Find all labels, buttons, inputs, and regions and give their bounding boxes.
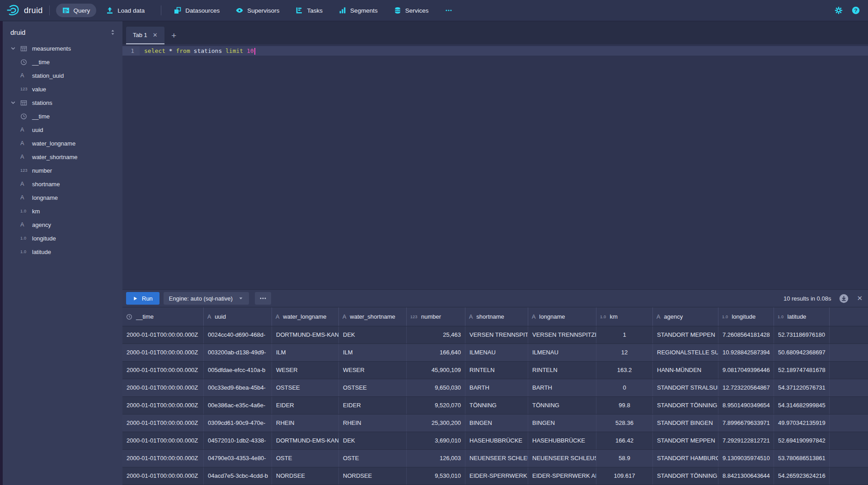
cell-uuid[interactable]: 005dfdae-efcc-410a-b bbox=[204, 362, 272, 379]
nav-item-more[interactable] bbox=[439, 4, 459, 17]
query-more-button[interactable] bbox=[255, 292, 271, 305]
cell-agency[interactable]: STANDORT TÖNNING bbox=[653, 397, 718, 414]
cell-water-longname[interactable]: ILM bbox=[272, 344, 339, 361]
cell-water-shortname[interactable]: OSTE bbox=[339, 450, 407, 467]
brand[interactable]: druid bbox=[6, 4, 43, 17]
cell-uuid[interactable]: 00e386ac-e35c-4a6e- bbox=[204, 397, 272, 414]
sidebar-item-shortname[interactable]: Ashortname bbox=[3, 177, 122, 191]
cell-longitude[interactable]: 8.9501490349654 bbox=[718, 397, 774, 414]
cell-longitude[interactable]: 7.2608564181428 bbox=[718, 326, 774, 344]
cell-number[interactable]: 3,690,010 bbox=[407, 432, 465, 449]
cell-time[interactable]: 2000-01-01T00:00:00.000Z bbox=[122, 414, 204, 432]
column-header-water-shortname[interactable]: Awater_shortname bbox=[339, 307, 407, 326]
cell-km[interactable]: 1 bbox=[596, 326, 653, 344]
cell-time[interactable]: 2000-01-01T00:00:00.000Z bbox=[122, 379, 204, 396]
cell-latitude[interactable]: 53.780686513861 bbox=[774, 450, 830, 467]
cell-longname[interactable]: BARTH bbox=[528, 379, 596, 396]
cell-km[interactable]: 109.617 bbox=[596, 467, 653, 485]
cell-km[interactable]: 12 bbox=[596, 344, 653, 361]
cell-agency[interactable]: STANDORT MEPPEN bbox=[653, 326, 718, 344]
cell-water-longname[interactable]: OSTSEE bbox=[272, 379, 339, 396]
cell-longitude[interactable]: 7.2929122812721 bbox=[718, 432, 774, 449]
add-tab-button[interactable]: + bbox=[164, 27, 183, 44]
cell-water-shortname[interactable]: EIDER bbox=[339, 397, 407, 414]
cell-km[interactable]: 163.2 bbox=[596, 362, 653, 379]
expander[interactable] bbox=[10, 100, 20, 105]
cell-km[interactable]: 58.9 bbox=[596, 450, 653, 467]
cell-shortname[interactable]: BARTH bbox=[465, 379, 528, 396]
run-button[interactable]: Run bbox=[126, 292, 160, 305]
cell-longname[interactable]: NEUENSEER SCHLEUSE bbox=[528, 450, 596, 467]
cell-latitude[interactable]: 54.265923624216 bbox=[774, 467, 830, 485]
cell-time[interactable]: 2000-01-01T00:00:00.000Z bbox=[122, 362, 204, 379]
cell-latitude[interactable]: 54.371220576731 bbox=[774, 379, 830, 396]
nav-item-segments[interactable]: Segments bbox=[333, 4, 384, 17]
cell-agency[interactable]: STANDORT BINGEN bbox=[653, 414, 718, 432]
cell-uuid[interactable]: 04acd7e5-3cbc-4cdd-b bbox=[204, 467, 272, 485]
sidebar-item-uuid[interactable]: Auuid bbox=[3, 123, 122, 137]
cell-time[interactable]: 2000-01-01T00:00:00.000Z bbox=[122, 326, 204, 344]
nav-item-load-data[interactable]: Load data bbox=[100, 4, 151, 17]
column-header-km[interactable]: 1.0km bbox=[596, 307, 653, 326]
cell-water-shortname[interactable]: NORDSEE bbox=[339, 467, 407, 485]
column-header-latitude[interactable]: 1.0latitude bbox=[774, 307, 830, 326]
cell-water-longname[interactable]: OSTE bbox=[272, 450, 339, 467]
cell-shortname[interactable]: VERSEN TRENNSPITZE bbox=[465, 326, 528, 344]
sql-editor[interactable]: 1 select * from stations limit 10 bbox=[122, 44, 868, 289]
column-header-number[interactable]: 123number bbox=[407, 307, 465, 326]
cell-water-longname[interactable]: DORTMUND-EMS-KANAL bbox=[272, 326, 339, 344]
sidebar-item-number[interactable]: 123number bbox=[3, 164, 122, 177]
cell-number[interactable]: 9,520,070 bbox=[407, 397, 465, 414]
gear-icon[interactable] bbox=[835, 6, 843, 14]
nav-item-services[interactable]: Services bbox=[388, 4, 435, 17]
cell-water-longname[interactable]: EIDER bbox=[272, 397, 339, 414]
cell-uuid[interactable]: 0024cc40-d690-468d- bbox=[204, 326, 272, 344]
expander[interactable] bbox=[10, 46, 20, 51]
cell-latitude[interactable]: 52.731186976180 bbox=[774, 326, 830, 344]
cell-uuid[interactable]: 04572010-1db2-4338- bbox=[204, 432, 272, 449]
cell-time[interactable]: 2000-01-01T00:00:00.000Z bbox=[122, 467, 204, 485]
cell-shortname[interactable]: EIDER-SPERRWERK AP bbox=[465, 467, 528, 485]
cell-agency[interactable]: STANDORT TÖNNING bbox=[653, 467, 718, 485]
cell-km[interactable]: 99.8 bbox=[596, 397, 653, 414]
cell-number[interactable]: 166,640 bbox=[407, 344, 465, 361]
cell-latitude[interactable]: 49.970342135919 bbox=[774, 414, 830, 432]
nav-item-supervisors[interactable]: Supervisors bbox=[230, 4, 286, 17]
sidebar-item-time[interactable]: __time bbox=[3, 55, 122, 69]
nav-item-tasks[interactable]: Tasks bbox=[289, 4, 329, 17]
cell-number[interactable]: 9,530,010 bbox=[407, 467, 465, 485]
cell-longname[interactable]: EIDER-SPERRWERK AP bbox=[528, 467, 596, 485]
cell-shortname[interactable]: ILMENAU bbox=[465, 344, 528, 361]
cell-longitude[interactable]: 9.0817049396446 bbox=[718, 362, 774, 379]
sidebar-item-water-longname[interactable]: Awater_longname bbox=[3, 137, 122, 150]
cell-water-longname[interactable]: RHEIN bbox=[272, 414, 339, 432]
cell-longname[interactable]: ILMENAU bbox=[528, 344, 596, 361]
cell-longitude[interactable]: 7.8996679633971 bbox=[718, 414, 774, 432]
cell-longname[interactable]: TÖNNING bbox=[528, 397, 596, 414]
sidebar-item-latitude[interactable]: 1.0latitude bbox=[3, 245, 122, 259]
cell-uuid[interactable]: 00c33ed9-6bea-45b4- bbox=[204, 379, 272, 396]
sidebar-item-agency[interactable]: Aagency bbox=[3, 218, 122, 231]
nav-item-datasources[interactable]: Datasources bbox=[168, 4, 226, 17]
sidebar-item-km[interactable]: 1.0km bbox=[3, 204, 122, 218]
sidebar-item-water-shortname[interactable]: Awater_shortname bbox=[3, 150, 122, 164]
cell-time[interactable]: 2000-01-01T00:00:00.000Z bbox=[122, 397, 204, 414]
cell-agency[interactable]: HANN-MÜNDEN bbox=[653, 362, 718, 379]
close-results-icon[interactable]: ✕ bbox=[857, 294, 863, 302]
cell-latitude[interactable]: 50.680942368697 bbox=[774, 344, 830, 361]
cell-latitude[interactable]: 54.314682999845 bbox=[774, 397, 830, 414]
cell-shortname[interactable]: HASEHUBBRÜCKE bbox=[465, 432, 528, 449]
sidebar-item-value[interactable]: 123value bbox=[3, 82, 122, 96]
sort-icon[interactable] bbox=[109, 29, 116, 36]
column-header-uuid[interactable]: Auuid bbox=[204, 307, 272, 326]
column-header-longname[interactable]: Alongname bbox=[528, 307, 596, 326]
cell-longname[interactable]: RINTELN bbox=[528, 362, 596, 379]
cell-shortname[interactable]: RINTELN bbox=[465, 362, 528, 379]
cell-km[interactable]: 0 bbox=[596, 379, 653, 396]
cell-agency[interactable]: STANDORT MEPPEN bbox=[653, 432, 718, 449]
cell-longitude[interactable]: 9.1309035974510 bbox=[718, 450, 774, 467]
cell-shortname[interactable]: NEUENSEER SCHLEUSE bbox=[465, 450, 528, 467]
cell-shortname[interactable]: BINGEN bbox=[465, 414, 528, 432]
cell-uuid[interactable]: 0309cd61-90c9-470e- bbox=[204, 414, 272, 432]
sidebar-item-longname[interactable]: Alongname bbox=[3, 191, 122, 204]
